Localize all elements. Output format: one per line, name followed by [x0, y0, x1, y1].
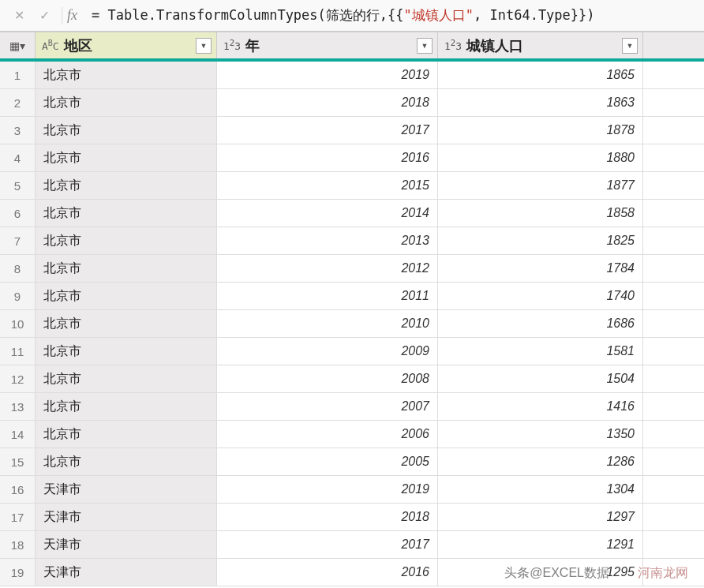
- cell-region[interactable]: 天津市: [36, 504, 217, 530]
- cell-year[interactable]: 2012: [217, 255, 438, 282]
- cell-year[interactable]: 2017: [217, 117, 438, 144]
- table-row[interactable]: 8 北京市 2012 1784: [0, 255, 704, 283]
- cell-population[interactable]: 1581: [438, 338, 643, 365]
- cell-region[interactable]: 天津市: [36, 559, 217, 586]
- cell-population[interactable]: 1740: [438, 283, 643, 309]
- table-row[interactable]: 13 北京市 2007 1416: [0, 393, 704, 421]
- table-row[interactable]: 4 北京市 2016 1880: [0, 144, 704, 172]
- column-header-population[interactable]: 123 城镇人口 ▼: [438, 32, 643, 58]
- table-row[interactable]: 12 北京市 2008 1504: [0, 365, 704, 393]
- table-row[interactable]: 18 天津市 2017 1291: [0, 531, 704, 559]
- row-number: 7: [0, 227, 36, 254]
- cell-region[interactable]: 天津市: [36, 531, 217, 558]
- cell-region[interactable]: 北京市: [36, 117, 217, 144]
- table-row[interactable]: 16 天津市 2019 1304: [0, 476, 704, 504]
- cell-year[interactable]: 2006: [217, 421, 438, 448]
- cell-year[interactable]: 2005: [217, 448, 438, 475]
- table-row[interactable]: 10 北京市 2010 1686: [0, 310, 704, 338]
- cell-year[interactable]: 2019: [217, 476, 438, 503]
- cell-region[interactable]: 北京市: [36, 227, 217, 254]
- cell-region[interactable]: 北京市: [36, 89, 217, 116]
- table-row[interactable]: 3 北京市 2017 1878: [0, 117, 704, 144]
- cell-population[interactable]: 1686: [438, 310, 643, 337]
- cell-population[interactable]: 1286: [438, 448, 643, 475]
- table-row[interactable]: 1 北京市 2019 1865: [0, 62, 704, 89]
- column-header-year[interactable]: 123 年 ▼: [217, 32, 438, 58]
- cell-region[interactable]: 北京市: [36, 365, 217, 392]
- cell-year[interactable]: 2018: [217, 504, 438, 530]
- row-number: 19: [0, 559, 36, 586]
- cell-year[interactable]: 2007: [217, 393, 438, 420]
- cell-region[interactable]: 北京市: [36, 172, 217, 199]
- cell-region[interactable]: 北京市: [36, 62, 217, 88]
- cell-year[interactable]: 2016: [217, 144, 438, 171]
- cell-year[interactable]: 2011: [217, 283, 438, 309]
- table-row[interactable]: 14 北京市 2006 1350: [0, 421, 704, 448]
- table-row[interactable]: 2 北京市 2018 1863: [0, 89, 704, 117]
- row-number: 10: [0, 310, 36, 337]
- column-label: 年: [245, 36, 260, 55]
- cell-population[interactable]: 1858: [438, 200, 643, 227]
- cell-region[interactable]: 北京市: [36, 200, 217, 227]
- cell-population[interactable]: 1291: [438, 531, 643, 558]
- filter-dropdown[interactable]: ▼: [417, 38, 433, 54]
- cell-population[interactable]: 1825: [438, 227, 643, 254]
- cell-region[interactable]: 天津市: [36, 476, 217, 503]
- confirm-button[interactable]: ✓: [32, 5, 57, 27]
- table-row[interactable]: 5 北京市 2015 1877: [0, 172, 704, 200]
- cell-population[interactable]: 1350: [438, 421, 643, 448]
- formula-suffix: , Int64.Type}}): [474, 7, 595, 23]
- cell-population[interactable]: 1297: [438, 504, 643, 530]
- cell-region[interactable]: 北京市: [36, 255, 217, 282]
- cell-population[interactable]: 1878: [438, 117, 643, 144]
- cell-region[interactable]: 北京市: [36, 448, 217, 475]
- cell-population[interactable]: 1877: [438, 172, 643, 199]
- column-header-region[interactable]: ABC 地区 ▼: [36, 32, 217, 58]
- column-label: 地区: [64, 36, 92, 55]
- table-row[interactable]: 17 天津市 2018 1297: [0, 504, 704, 531]
- cell-year[interactable]: 2019: [217, 62, 438, 88]
- row-number: 1: [0, 62, 36, 88]
- table-row[interactable]: 7 北京市 2013 1825: [0, 227, 704, 255]
- row-number: 4: [0, 144, 36, 171]
- cancel-button[interactable]: ✕: [6, 5, 32, 27]
- formula-input[interactable]: = Table.TransformColumnTypes(筛选的行,{{"城镇人…: [92, 6, 595, 24]
- cell-population[interactable]: 1416: [438, 393, 643, 420]
- cell-population[interactable]: 1863: [438, 89, 643, 116]
- cell-year[interactable]: 2017: [217, 531, 438, 558]
- cell-region[interactable]: 北京市: [36, 310, 217, 337]
- table-row[interactable]: 11 北京市 2009 1581: [0, 338, 704, 365]
- cell-year[interactable]: 2008: [217, 365, 438, 392]
- table-corner[interactable]: ▦▾: [0, 32, 36, 58]
- cell-population[interactable]: 1784: [438, 255, 643, 282]
- cell-year[interactable]: 2014: [217, 200, 438, 227]
- fx-label: fx: [67, 7, 77, 24]
- table-row[interactable]: 6 北京市 2014 1858: [0, 200, 704, 227]
- row-number: 15: [0, 448, 36, 475]
- table-row[interactable]: 9 北京市 2011 1740: [0, 283, 704, 310]
- cell-population[interactable]: 1304: [438, 476, 643, 503]
- cell-year[interactable]: 2013: [217, 227, 438, 254]
- cell-year[interactable]: 2009: [217, 338, 438, 365]
- cell-population[interactable]: 1880: [438, 144, 643, 171]
- row-number: 14: [0, 421, 36, 448]
- cell-region[interactable]: 北京市: [36, 144, 217, 171]
- cell-population[interactable]: 1504: [438, 365, 643, 392]
- cell-population[interactable]: 1865: [438, 62, 643, 88]
- watermark-text-2: 河南龙网: [638, 565, 688, 582]
- cell-region[interactable]: 北京市: [36, 421, 217, 448]
- filter-dropdown[interactable]: ▼: [622, 38, 638, 54]
- filter-dropdown[interactable]: ▼: [196, 38, 212, 54]
- separator: [62, 7, 62, 24]
- cell-region[interactable]: 北京市: [36, 283, 217, 309]
- cell-year[interactable]: 2018: [217, 89, 438, 116]
- cell-year[interactable]: 2015: [217, 172, 438, 199]
- table-row[interactable]: 15 北京市 2005 1286: [0, 448, 704, 476]
- row-number: 2: [0, 89, 36, 116]
- cell-year[interactable]: 2016: [217, 559, 438, 586]
- cell-year[interactable]: 2010: [217, 310, 438, 337]
- cell-region[interactable]: 北京市: [36, 393, 217, 420]
- cell-region[interactable]: 北京市: [36, 338, 217, 365]
- data-grid: ▦▾ ABC 地区 ▼ 123 年 ▼ 123 城镇人口 ▼ 1 北京市 201…: [0, 32, 704, 586]
- watermark-text: 头条@EXCEL数据: [504, 565, 609, 582]
